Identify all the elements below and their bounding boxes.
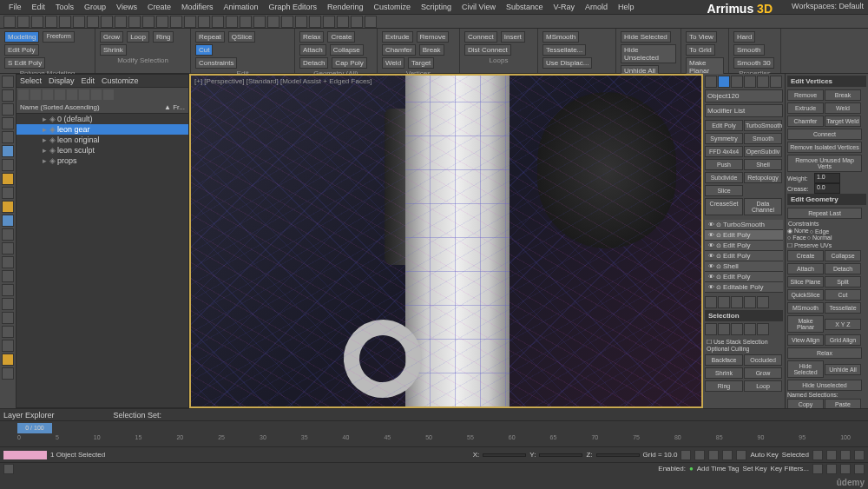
- tool-icon[interactable]: [2, 242, 14, 254]
- repeat-last-btn[interactable]: Repeat Last: [787, 208, 862, 219]
- se-filter-icon[interactable]: [55, 89, 65, 100]
- se-filter-icon[interactable]: [91, 89, 102, 100]
- msmooth-geo-btn[interactable]: MSmooth: [787, 302, 824, 314]
- tree-item[interactable]: props: [16, 155, 188, 166]
- stack-item[interactable]: Editable Poly: [705, 282, 783, 293]
- repeat-button[interactable]: Repeat: [195, 31, 225, 43]
- subdivide-btn[interactable]: Subdivide: [705, 172, 743, 183]
- use-stack-checkbox[interactable]: ☐ Use Stack Selection: [707, 339, 768, 345]
- split-btn[interactable]: Split: [825, 276, 861, 287]
- play-icon[interactable]: [708, 450, 719, 460]
- move-icon[interactable]: [115, 16, 127, 28]
- hide-unsel-btn[interactable]: Hide Unselected: [787, 380, 862, 391]
- weight-spinner[interactable]: 1.0: [814, 173, 840, 183]
- tool-icon[interactable]: [2, 103, 14, 116]
- retopology-btn[interactable]: Retopology: [744, 172, 782, 183]
- pin-stack-icon[interactable]: [705, 296, 717, 308]
- stack-item[interactable]: TurboSmooth: [705, 220, 783, 230]
- cut-geo-btn[interactable]: Cut: [825, 289, 861, 301]
- tool-icon[interactable]: [2, 173, 14, 185]
- tree-item[interactable]: leon sculpt: [16, 145, 188, 155]
- menu-group[interactable]: Group: [79, 1, 111, 13]
- scene-explorer-header[interactable]: Name (Sorted Ascending) ▲ Fr...: [16, 102, 188, 114]
- nav-icon[interactable]: [854, 450, 865, 460]
- nav-icon[interactable]: [812, 450, 823, 460]
- tool-icon[interactable]: [2, 326, 14, 338]
- x-field[interactable]: [483, 453, 526, 457]
- coord-sys-icon[interactable]: [156, 16, 168, 28]
- relax-button[interactable]: Relax: [299, 31, 324, 43]
- datachannel-btn[interactable]: Data Channel: [744, 198, 782, 215]
- weld-btn[interactable]: Weld: [825, 102, 861, 114]
- tool-icon[interactable]: [2, 215, 14, 227]
- extrude-button[interactable]: Extrude: [382, 31, 413, 43]
- utilities-tab-icon[interactable]: [770, 76, 782, 88]
- viewport[interactable]: [+] [Perspective] [Standard] [Model Assi…: [189, 74, 703, 408]
- key-filters-button[interactable]: Key Filters...: [771, 465, 809, 472]
- zoom-icon[interactable]: [826, 464, 837, 474]
- element-subobj-icon[interactable]: [757, 323, 769, 335]
- tessellate-geo-btn[interactable]: Tessellate: [825, 302, 861, 314]
- material-icon[interactable]: [323, 16, 335, 28]
- extrude-btn[interactable]: Extrude: [787, 102, 824, 114]
- constraint-none[interactable]: ◉ None: [787, 228, 809, 235]
- tool-icon[interactable]: [2, 228, 14, 241]
- menu-animation[interactable]: Animation: [218, 1, 263, 13]
- select-icon[interactable]: [59, 16, 71, 28]
- menu-modifiers[interactable]: Modifiers: [176, 1, 219, 13]
- constraints-button[interactable]: Constraints: [195, 57, 237, 69]
- tool-icon[interactable]: [2, 76, 14, 88]
- connect-button[interactable]: Connect: [464, 31, 497, 43]
- ribbon-tab-freeform[interactable]: Freeform: [43, 31, 74, 43]
- nav-icon[interactable]: [840, 450, 851, 460]
- redo-icon[interactable]: [17, 16, 30, 28]
- all-filter-icon[interactable]: [101, 16, 113, 28]
- weld-button[interactable]: Weld: [382, 57, 404, 69]
- menu-file[interactable]: File: [3, 1, 27, 13]
- connect-btn[interactable]: Connect: [787, 129, 862, 140]
- align-icon[interactable]: [267, 16, 279, 28]
- modify-tab-icon[interactable]: [718, 76, 730, 88]
- se-filter-icon[interactable]: [79, 89, 89, 100]
- modifier-list-dropdown[interactable]: Modifier List: [705, 104, 783, 117]
- tool-icon[interactable]: [2, 159, 14, 171]
- workspace-selector[interactable]: Workspaces: Default: [792, 2, 864, 10]
- edge-subobj-icon[interactable]: [718, 323, 730, 335]
- remove-mod-icon[interactable]: [744, 296, 756, 308]
- detach-button[interactable]: Detach: [299, 57, 328, 69]
- goto-start-icon[interactable]: [681, 450, 691, 460]
- quickslice-btn[interactable]: QuickSlice: [787, 289, 824, 301]
- paste-sel-btn[interactable]: Paste: [825, 399, 861, 408]
- remove-iso-btn[interactable]: Remove Isolated Vertices: [787, 142, 862, 153]
- tool-icon[interactable]: [2, 354, 14, 366]
- attach-geo-btn[interactable]: Attach: [787, 263, 824, 274]
- se-filter-icon[interactable]: [43, 89, 53, 100]
- menu-tools[interactable]: Tools: [50, 1, 79, 13]
- auto-key-button[interactable]: Auto Key: [750, 451, 778, 459]
- spinner-snap-icon[interactable]: [226, 16, 238, 28]
- grow-button[interactable]: Grow: [100, 31, 123, 43]
- qslice-button[interactable]: QSlice: [228, 31, 256, 43]
- msmooth-button[interactable]: MSmooth: [542, 31, 579, 43]
- poly-subobj-icon[interactable]: [744, 323, 756, 335]
- smooth-button[interactable]: Smooth: [733, 44, 765, 56]
- ring-button[interactable]: Ring: [153, 31, 174, 43]
- create-tab-icon[interactable]: [705, 76, 717, 88]
- shrink-sel-btn[interactable]: Shrink: [705, 367, 743, 379]
- copy-sel-btn[interactable]: Copy: [787, 399, 824, 408]
- se-filter-icon[interactable]: [30, 89, 41, 100]
- detach-geo-btn[interactable]: Detach: [825, 263, 861, 274]
- hide-sel-btn[interactable]: Hide Selected: [787, 360, 824, 378]
- next-frame-icon[interactable]: [722, 450, 733, 460]
- angle-snap-icon[interactable]: [198, 16, 210, 28]
- cap-poly-button[interactable]: Cap Poly: [332, 57, 366, 69]
- scale-icon[interactable]: [142, 16, 155, 28]
- create-button[interactable]: Create: [327, 31, 355, 43]
- set-key-button[interactable]: Set Key: [743, 465, 767, 472]
- unhide-all-geo-btn[interactable]: Unhide All: [825, 364, 861, 375]
- smooth-btn[interactable]: Smooth: [744, 133, 782, 144]
- tool-icon[interactable]: [2, 256, 14, 268]
- maxscript-bar[interactable]: [3, 451, 47, 459]
- view-align-btn[interactable]: View Align: [787, 334, 824, 346]
- tool-icon[interactable]: [2, 131, 14, 143]
